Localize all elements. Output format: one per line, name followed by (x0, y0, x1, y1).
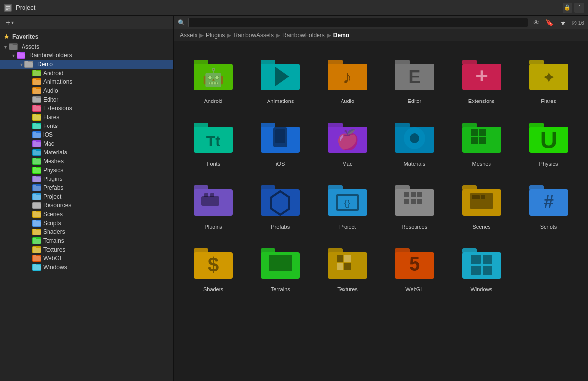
sidebar-item-prefabs[interactable]: Prefabs (0, 183, 173, 192)
sidebar-item-assets[interactable]: ▾ Assets (0, 42, 173, 51)
svg-rect-3 (6, 9, 8, 10)
folder-item-prefabs[interactable]: Prefabs (249, 175, 312, 233)
folder-item-terrains[interactable]: Terrains (249, 237, 312, 296)
star-button[interactable]: ★ (558, 17, 569, 28)
sidebar-item-meshes[interactable]: Meshes (0, 157, 173, 166)
sidebar-item-android[interactable]: Android (0, 69, 173, 77)
assets-label: Assets (22, 43, 39, 50)
folder-thumb-textures (325, 243, 369, 282)
sidebar-item-resources[interactable]: Resources (0, 201, 173, 210)
sidebar-item-mac[interactable]: Mac (0, 139, 173, 148)
sidebar-item-project[interactable]: Project (0, 192, 173, 201)
folder-label-prefabs: Prefabs (271, 224, 290, 229)
folder-item-project[interactable]: {} Project (316, 175, 379, 233)
breadcrumb-demo[interactable]: Demo (333, 32, 349, 39)
sidebar-item-rainbow[interactable]: ▾ RainbowFolders (0, 51, 173, 60)
sidebar-item-editor[interactable]: Editor (0, 95, 173, 104)
folder-item-fonts[interactable]: Tt Fonts (182, 112, 245, 171)
svg-text:U: U (540, 127, 557, 153)
sidebar-item-windows[interactable]: Windows (0, 263, 173, 272)
folder-item-textures[interactable]: Textures (316, 237, 379, 296)
sidebar-item-fonts[interactable]: Fonts (0, 122, 173, 130)
folder-item-mac[interactable]: 🍎 Mac (316, 112, 379, 171)
favorites-section[interactable]: ★ Favorites (0, 31, 173, 42)
folder-thumb-extensions: + (460, 55, 504, 94)
sidebar-item-webgl[interactable]: WebGL (0, 254, 173, 263)
breadcrumb-plugins[interactable]: Plugins (206, 32, 225, 39)
sidebar-item-demo[interactable]: ▾ Demo (0, 60, 173, 69)
folder-item-ios[interactable]: iOS (249, 112, 312, 171)
folder-label-resources: Resources (402, 224, 428, 229)
folder-label-webgl: WebGL (405, 286, 423, 292)
svg-rect-28 (275, 129, 285, 143)
folder-item-flares[interactable]: ✦ Flares (517, 49, 580, 108)
sidebar-item-textures[interactable]: Textures (0, 245, 173, 254)
sidebar-item-scenes[interactable]: Scenes (0, 210, 173, 219)
folder-item-shaders[interactable]: $ Shaders (182, 237, 245, 296)
sidebar-item-materials[interactable]: Materials (0, 148, 173, 157)
folder-item-android[interactable]: 🤖 Android (182, 49, 245, 108)
add-button[interactable]: + ▾ (4, 17, 16, 28)
folder-thumb-editor: E (392, 55, 437, 94)
view-button[interactable]: 👁 (530, 17, 542, 28)
folder-item-animations[interactable]: Animations (249, 49, 312, 108)
folder-item-webgl[interactable]: 5 WebGL (383, 237, 446, 296)
assets-icon (9, 43, 18, 50)
sidebar-item-animations[interactable]: Animations (0, 77, 173, 86)
sidebar-content[interactable]: ★ Favorites ▾ Assets ▾ RainbowFolders (0, 29, 173, 381)
folder-thumb-terrains (258, 243, 302, 282)
sidebar-item-plugins[interactable]: Plugins (0, 175, 173, 183)
folder-item-extensions[interactable]: + Extensions (450, 49, 513, 108)
svg-text:E: E (408, 67, 420, 87)
sidebar-item-flares[interactable]: Flares (0, 113, 173, 122)
folder-thumb-webgl: 5 (392, 243, 437, 282)
demo-icon (24, 61, 33, 68)
sidebar-item-audio[interactable]: Audio (0, 86, 173, 95)
breadcrumb-assets[interactable]: Assets (180, 32, 197, 39)
breadcrumb-rainbowassets[interactable]: RainbowAssets (233, 32, 274, 39)
sidebar-item-extensions[interactable]: Extensions (0, 104, 173, 113)
ios-folder-icon (32, 131, 41, 138)
folder-item-meshes[interactable]: Meshes (450, 112, 513, 171)
breadcrumb-rainbowfolders[interactable]: RainbowFolders (282, 32, 325, 39)
folder-thumb-android: 🤖 (191, 55, 235, 94)
folder-label-mac: Mac (343, 161, 353, 167)
bookmark-button[interactable]: 🔖 (544, 17, 556, 28)
svg-rect-85 (344, 263, 351, 270)
grid-content[interactable]: 🤖 Android Animations ♪ (174, 41, 588, 381)
sidebar-item-shaders[interactable]: Shaders (0, 228, 173, 236)
svg-rect-41 (471, 137, 478, 144)
folder-thumb-physics: U (527, 118, 571, 157)
folder-label-android: Android (204, 98, 222, 104)
folder-item-scenes[interactable]: Scenes (450, 175, 513, 233)
menu-button[interactable]: ⋮ (574, 3, 584, 13)
folder-label-terrains: Terrains (271, 286, 290, 292)
svg-text:♪: ♪ (343, 67, 352, 87)
shaders-folder-icon (32, 229, 41, 235)
title-bar: Project 🔒 ⋮ (0, 0, 588, 16)
lock-button[interactable]: 🔒 (563, 3, 572, 13)
search-input[interactable] (188, 18, 528, 27)
svg-rect-42 (479, 137, 486, 144)
sidebar-item-terrains[interactable]: Terrains (0, 236, 173, 245)
folder-item-resources[interactable]: Resources (383, 175, 446, 233)
rainbow-icon (17, 52, 25, 59)
svg-rect-39 (471, 129, 478, 136)
sidebar-item-ios[interactable]: iOS (0, 130, 173, 139)
extensions-folder-icon (32, 105, 41, 112)
folder-item-audio[interactable]: ♪ Audio (316, 49, 379, 108)
folder-item-plugins[interactable]: Plugins (182, 175, 245, 233)
folder-item-materials[interactable]: Materials (383, 112, 446, 171)
folder-item-windows[interactable]: Windows (450, 237, 513, 296)
sidebar-label-project: Project (43, 193, 61, 200)
svg-rect-92 (471, 255, 481, 264)
folder-item-scripts[interactable]: # Scripts (517, 175, 580, 233)
folder-item-physics[interactable]: U Physics (517, 112, 580, 171)
rainbow-label: RainbowFolders (29, 52, 72, 59)
folder-item-editor[interactable]: E Editor (383, 49, 446, 108)
svg-text:+: + (475, 64, 488, 88)
svg-text:{}: {} (344, 198, 350, 208)
sidebar-item-physics[interactable]: Physics (0, 166, 173, 175)
sidebar-item-scripts[interactable]: Scripts (0, 219, 173, 228)
svg-text:Tt: Tt (206, 133, 220, 149)
